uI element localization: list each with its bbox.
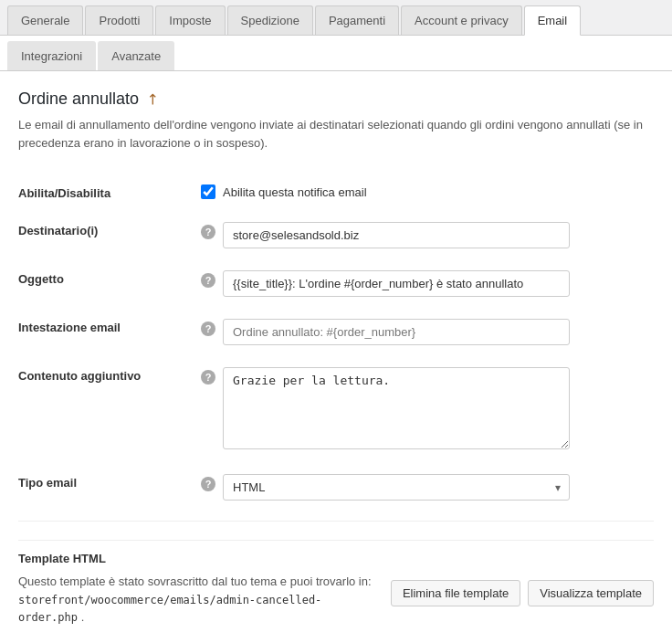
section-divider [18, 540, 654, 541]
subject-label: Oggetto [18, 259, 201, 308]
additional-textarea[interactable]: Grazie per la lettura. [223, 367, 570, 449]
additional-help-icon[interactable]: ? [201, 370, 215, 385]
enable-checkbox-label: Abilita questa notifica email [223, 185, 367, 199]
recipient-input[interactable] [223, 222, 570, 248]
recipient-help-icon[interactable]: ? [201, 225, 215, 239]
recipient-input-cell: ? [201, 222, 654, 248]
template-desc-block: Questo template è stato sovrascritto dal… [18, 573, 376, 636]
email-type-help-icon[interactable]: ? [201, 477, 215, 491]
additional-input-wrapper: Grazie per la lettura. [223, 367, 654, 452]
additional-label: Contenuto aggiuntivo [18, 356, 201, 463]
subject-row: Oggetto ? [18, 259, 654, 308]
tab-avanzate[interactable]: Avanzate [98, 41, 174, 70]
header-input-wrapper [223, 319, 654, 345]
recipient-input-wrapper [223, 222, 654, 248]
edit-link-icon[interactable]: ↗ [142, 89, 163, 110]
tab-generale[interactable]: Generale [7, 5, 83, 35]
header-row: Intestazione email ? [18, 308, 654, 356]
view-template-button[interactable]: Visualizza template [528, 580, 654, 606]
enable-checkbox-row: Abilita questa notifica email [201, 184, 367, 199]
main-content: Ordine annullato ↗ Le email di annullame… [0, 71, 672, 643]
template-buttons: Elimina file template Visualizza templat… [391, 580, 654, 606]
template-bottom-row: Questo template è stato sovrascritto dal… [18, 573, 654, 636]
enable-row: Abilita/Disabilita Abilita questa notifi… [18, 174, 654, 211]
template-description: Questo template è stato sovrascritto dal… [18, 573, 376, 627]
header-label: Intestazione email [18, 308, 201, 356]
template-desc-prefix: Questo template è stato sovrascritto dal… [18, 574, 372, 588]
template-title: Template HTML [18, 552, 654, 565]
enable-checkbox[interactable] [201, 184, 215, 199]
subject-input-cell: ? [201, 270, 654, 297]
email-type-row: Tipo email ? HTML Testo normale Multipar… [18, 463, 654, 511]
enable-input-cell: Abilita questa notifica email [201, 184, 654, 199]
tab-integrazioni[interactable]: Integrazioni [7, 41, 96, 70]
subject-input[interactable] [223, 270, 570, 297]
template-path-suffix: . [81, 610, 85, 624]
additional-input-cell: ? Grazie per la lettura. [201, 367, 654, 452]
header-help-icon[interactable]: ? [201, 322, 215, 336]
settings-form: Abilita/Disabilita Abilita questa notifi… [18, 174, 654, 511]
recipient-label: Destinatario(i) [18, 211, 201, 259]
tab-prodotti[interactable]: Prodotti [85, 5, 153, 35]
sub-tabs-row: Integrazioni Avanzate [0, 36, 672, 71]
header-input-cell: ? [201, 319, 654, 345]
subject-help-icon[interactable]: ? [201, 273, 215, 288]
email-type-label: Tipo email [18, 463, 201, 511]
section-title-row: Ordine annullato ↗ [18, 90, 654, 109]
email-type-select[interactable]: HTML Testo normale Multipart [223, 474, 570, 501]
recipient-row: Destinatario(i) ? [18, 211, 654, 259]
template-section: Template HTML Questo template è stato so… [18, 521, 654, 636]
template-path: storefront/woocommerce/emails/admin-canc… [18, 594, 321, 625]
email-type-select-wrapper: HTML Testo normale Multipart ▾ [223, 474, 570, 501]
email-type-input-cell: ? HTML Testo normale Multipart ▾ [201, 474, 654, 501]
subject-input-wrapper [223, 270, 654, 297]
enable-label: Abilita/Disabilita [18, 174, 201, 211]
section-title: Ordine annullato [18, 90, 139, 109]
delete-template-button[interactable]: Elimina file template [391, 580, 520, 606]
tab-account-privacy[interactable]: Account e privacy [401, 5, 522, 35]
tab-email[interactable]: Email [524, 5, 582, 36]
main-tabs-row: Generale Prodotti Imposte Spedizione Pag… [0, 0, 672, 36]
tab-pagamenti[interactable]: Pagamenti [315, 5, 399, 35]
tab-imposte[interactable]: Imposte [155, 5, 225, 35]
additional-row: Contenuto aggiuntivo ? Grazie per la let… [18, 356, 654, 463]
header-input[interactable] [223, 319, 570, 345]
section-description: Le email di annullamento dell'ordine ven… [18, 116, 654, 152]
tab-spedizione[interactable]: Spedizione [227, 5, 313, 35]
